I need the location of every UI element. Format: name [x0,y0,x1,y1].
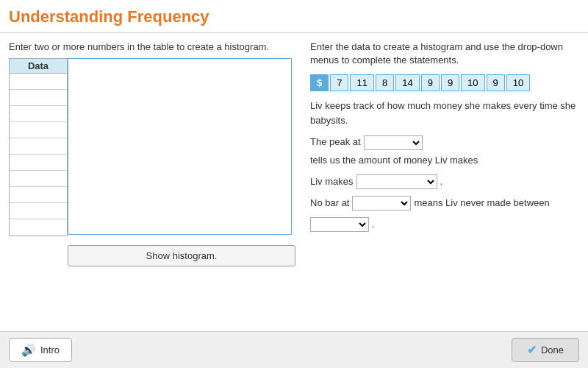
dropdown-between[interactable]: $7-9 $9-11 $11-13 $13-15 [310,217,369,232]
chip-10b: 10 [506,74,530,91]
footer: 🔊 Intro ✔ Done [0,331,588,368]
chip-7: 7 [330,74,348,91]
data-chips: $ 7 11 8 14 9 9 10 9 10 [310,74,579,91]
chip-8: 8 [376,74,394,91]
histogram-area [68,58,292,235]
dropdown-liv-makes[interactable]: the most the least on average [356,174,437,189]
right-panel: Enter the data to create a histogram and… [310,40,579,324]
right-instruction: Enter the data to create a histogram and… [310,40,579,67]
show-histogram-button[interactable]: Show histogram. [68,245,295,266]
statement2-prefix: Liv makes [310,174,354,190]
statement3-prefix: No bar at [310,196,349,211]
table-and-histogram: Data [9,58,295,236]
chip-10a: 10 [461,74,484,91]
page-title: Understanding Frequency [9,7,579,26]
statement-1: The peak at $7-9 $9-11 $11-13 $13-15 tel… [310,135,579,169]
chip-14: 14 [395,74,419,91]
dropdown-no-bar-at[interactable]: $7-9 $9-11 $11-13 $13-15 [352,196,411,210]
speaker-icon: 🔊 [21,343,36,357]
done-label: Done [541,344,564,355]
data-cell[interactable] [10,90,67,106]
data-cell[interactable] [10,203,67,219]
chip-9a: 9 [421,74,440,91]
main-content: Enter two or more numbers in the table t… [0,33,588,331]
data-cell[interactable] [10,138,67,155]
header: Understanding Frequency [0,0,588,33]
done-button[interactable]: ✔ Done [512,338,579,362]
check-icon: ✔ [527,343,537,357]
statement-4: $7-9 $9-11 $11-13 $13-15 . [310,217,579,233]
statement1-suffix: tells us the amount of money Liv makes [310,153,478,169]
data-cell[interactable] [10,171,67,187]
statement-2: Liv makes the most the least on average … [310,174,579,190]
data-table-header: Data [10,59,67,74]
data-cell[interactable] [10,106,67,122]
left-instruction: Enter two or more numbers in the table t… [9,40,295,54]
chip-9b: 9 [441,74,459,91]
story-text: Liv keeps track of how much money she ma… [310,99,579,127]
chip-dollar: $ [310,74,329,91]
data-cell[interactable] [10,122,67,138]
statement4-period: . [372,217,375,233]
data-cell[interactable] [10,187,67,203]
dropdown-peak-at[interactable]: $7-9 $9-11 $11-13 $13-15 [364,135,423,150]
statements: The peak at $7-9 $9-11 $11-13 $13-15 tel… [310,135,579,232]
data-cell[interactable] [10,219,67,236]
chip-11: 11 [350,74,373,91]
statement1-prefix: The peak at [310,135,361,150]
data-table: Data [9,58,68,236]
intro-label: Intro [40,344,60,355]
data-cell[interactable] [10,74,67,90]
data-cell[interactable] [10,155,67,171]
statement3-suffix: means Liv never made between [414,196,549,211]
chip-9c: 9 [487,74,505,91]
statement2-suffix: . [440,174,443,190]
statement-3: No bar at $7-9 $9-11 $11-13 $13-15 means… [310,196,579,211]
intro-button[interactable]: 🔊 Intro [9,338,72,362]
left-panel: Enter two or more numbers in the table t… [9,40,295,324]
